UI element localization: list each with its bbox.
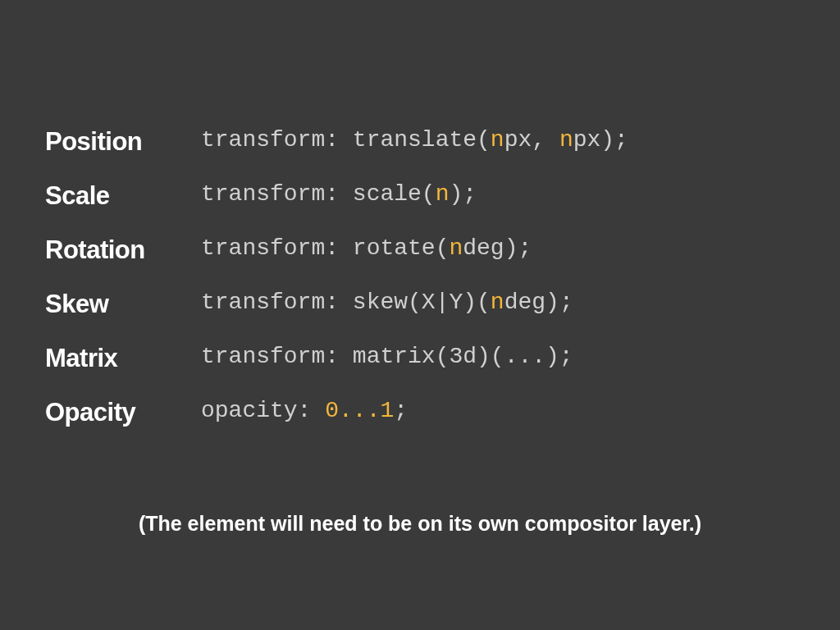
property-code: opacity: 0...1; [201,398,795,427]
code-highlight: n [436,181,450,207]
code-highlight: n [491,290,504,315]
property-label: Opacity [45,398,201,427]
code-text: ; [394,398,408,423]
code-highlight: n [491,127,504,153]
property-code: transform: matrix(3d)(...); [201,344,795,373]
slide: Positiontransform: translate(npx, npx);S… [0,0,840,630]
code-text: opacity: [201,398,325,423]
property-label: Rotation [45,235,201,265]
code-text: transform: translate( [201,127,491,153]
property-label: Skew [45,290,201,319]
property-label: Matrix [45,344,201,373]
code-text: transform: rotate( [201,235,449,261]
property-table: Positiontransform: translate(npx, npx);S… [45,127,795,427]
property-code: transform: scale(n); [201,181,795,211]
footnote: (The element will need to be on its own … [0,512,840,536]
code-highlight: n [559,127,573,153]
code-text: deg); [463,235,532,261]
code-highlight: n [449,235,463,261]
property-code: transform: translate(npx, npx); [201,127,795,157]
code-text: ); [449,181,477,207]
code-text: px, [504,127,559,153]
code-text: px); [573,127,628,153]
code-text: deg); [504,290,573,315]
code-text: transform: scale( [201,181,436,207]
property-code: transform: skew(X|Y)(ndeg); [201,290,795,319]
code-text: transform: skew(X|Y)( [201,290,491,315]
code-text: transform: matrix(3d)(...); [201,344,573,369]
property-label: Scale [45,181,201,211]
property-label: Position [45,127,201,157]
property-code: transform: rotate(ndeg); [201,235,795,265]
code-highlight: 0...1 [325,398,394,423]
